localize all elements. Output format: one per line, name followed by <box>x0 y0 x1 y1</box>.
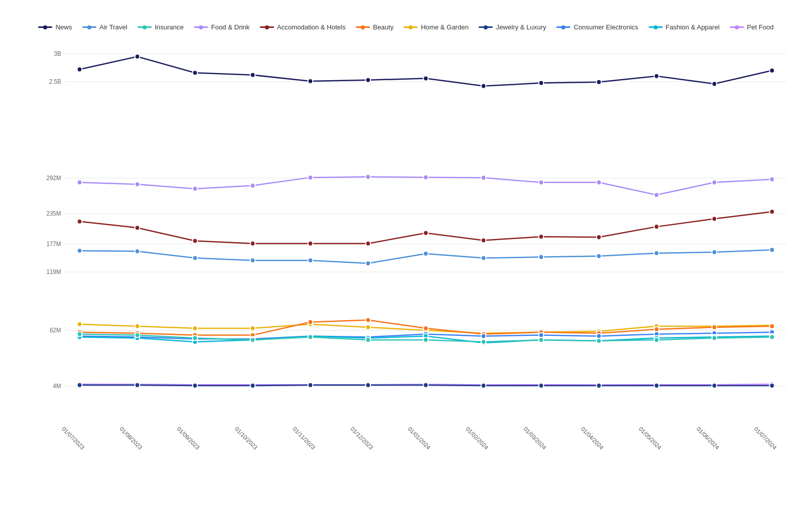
svg-point-121 <box>135 332 140 337</box>
svg-point-91 <box>654 327 659 332</box>
svg-point-127 <box>481 339 486 345</box>
svg-point-87 <box>423 326 428 331</box>
svg-point-17 <box>135 54 140 59</box>
svg-point-153 <box>481 383 486 388</box>
legend-item-accommodation: Accomodation & Hotels <box>260 23 346 31</box>
svg-point-152 <box>423 383 428 388</box>
legend-item-fashion: Fashion & Apparel <box>649 23 720 31</box>
svg-point-38 <box>596 180 601 185</box>
legend-item-air-travel: Air Travel <box>82 23 127 31</box>
svg-point-157 <box>712 383 717 388</box>
svg-point-65 <box>654 251 659 256</box>
legend-item-insurance: Insurance <box>138 23 184 31</box>
svg-point-68 <box>77 322 82 327</box>
x-label: 01/06/2024 <box>674 426 720 471</box>
svg-point-73 <box>366 325 371 330</box>
svg-point-50 <box>539 234 544 239</box>
svg-point-86 <box>366 318 371 323</box>
chart-area: 3B2.5B292M235M177M119M62M4M 01/07/202301… <box>35 41 792 461</box>
svg-text:177M: 177M <box>47 240 61 247</box>
svg-point-34 <box>366 175 371 180</box>
svg-point-131 <box>712 335 717 340</box>
svg-point-46 <box>308 241 313 246</box>
svg-point-55 <box>77 248 82 253</box>
chart-svg: 3B2.5B292M235M177M119M62M4M <box>65 41 787 422</box>
svg-point-57 <box>192 256 197 261</box>
svg-point-51 <box>596 235 601 240</box>
svg-text:292M: 292M <box>47 175 61 181</box>
svg-point-56 <box>135 249 140 254</box>
svg-text:4M: 4M <box>53 383 61 389</box>
svg-point-132 <box>769 334 774 339</box>
svg-point-28 <box>769 68 774 73</box>
svg-point-158 <box>769 383 774 388</box>
svg-point-123 <box>250 337 255 342</box>
svg-point-18 <box>192 70 197 75</box>
svg-point-69 <box>135 324 140 329</box>
x-label: 01/04/2024 <box>559 426 605 471</box>
svg-point-58 <box>250 258 255 263</box>
x-label: 01/07/2023 <box>40 426 86 471</box>
svg-point-42 <box>77 219 82 224</box>
svg-point-101 <box>481 333 486 338</box>
svg-point-41 <box>769 177 774 182</box>
svg-point-122 <box>192 335 197 340</box>
svg-point-150 <box>308 383 313 388</box>
svg-point-64 <box>596 254 601 259</box>
svg-text:235M: 235M <box>47 210 61 217</box>
svg-point-40 <box>712 180 717 185</box>
svg-point-146 <box>77 383 82 388</box>
svg-point-156 <box>654 383 659 388</box>
svg-point-36 <box>481 175 486 180</box>
svg-point-67 <box>769 247 774 252</box>
svg-point-155 <box>596 383 601 388</box>
svg-point-49 <box>481 238 486 243</box>
svg-point-27 <box>712 81 717 86</box>
svg-point-31 <box>192 186 197 191</box>
svg-point-71 <box>250 326 255 331</box>
svg-point-52 <box>654 224 659 229</box>
y-axis-label <box>20 41 30 461</box>
svg-point-92 <box>712 325 717 330</box>
x-label: 01/08/2023 <box>97 426 143 471</box>
x-labels-container: 01/07/202301/08/202301/09/202301/10/2023… <box>65 426 787 461</box>
x-label: 01/12/2023 <box>328 426 374 471</box>
svg-point-23 <box>481 84 486 89</box>
svg-point-45 <box>250 241 255 246</box>
svg-text:3B: 3B <box>54 50 61 57</box>
svg-point-85 <box>308 320 313 325</box>
chart-container: 3B2.5B292M235M177M119M62M4M 01/07/202301… <box>20 41 792 461</box>
x-label: 01/11/2023 <box>270 426 316 471</box>
x-label: 01/05/2024 <box>617 426 663 471</box>
svg-point-148 <box>192 383 197 388</box>
svg-point-130 <box>654 337 659 342</box>
svg-point-128 <box>539 337 544 342</box>
svg-text:119M: 119M <box>47 268 61 275</box>
svg-point-24 <box>539 81 544 86</box>
svg-point-29 <box>77 180 82 185</box>
svg-point-44 <box>192 238 197 244</box>
svg-point-39 <box>654 192 659 197</box>
legend-item-food-drink: Food & Drink <box>194 23 250 31</box>
svg-point-30 <box>135 182 140 187</box>
svg-point-19 <box>250 73 255 78</box>
svg-point-154 <box>539 383 544 388</box>
svg-point-62 <box>481 256 486 261</box>
x-label: 01/01/2024 <box>386 426 432 471</box>
svg-point-54 <box>769 209 774 214</box>
svg-point-149 <box>250 383 255 388</box>
svg-point-25 <box>596 80 601 85</box>
legend-item-jewelry: Jewelry & Luxury <box>479 23 546 31</box>
svg-point-53 <box>712 216 717 221</box>
svg-point-47 <box>366 241 371 246</box>
x-label: 01/09/2023 <box>155 426 201 471</box>
legend: News Air Travel Insurance Food & Drink A… <box>20 23 792 31</box>
legend-item-pet-food: Pet Food <box>730 23 774 31</box>
legend-item-beauty: Beauty <box>356 23 393 31</box>
svg-point-48 <box>423 230 428 235</box>
svg-point-126 <box>423 337 428 342</box>
svg-point-59 <box>308 258 313 263</box>
svg-point-21 <box>366 78 371 83</box>
svg-point-35 <box>423 175 428 180</box>
svg-text:62M: 62M <box>50 327 61 333</box>
